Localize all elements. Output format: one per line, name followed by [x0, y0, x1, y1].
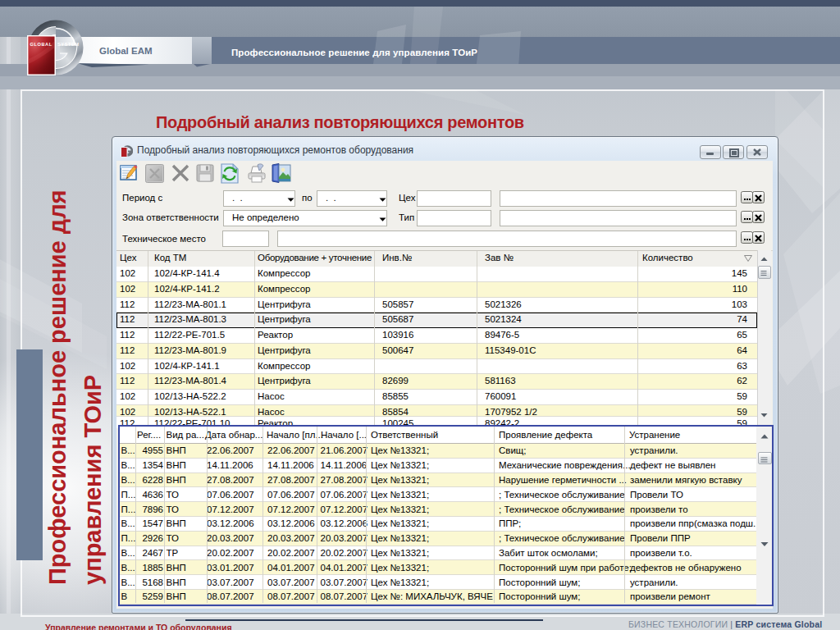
svg-text:SYSTEM: SYSTEM	[57, 42, 80, 47]
svg-text:GLOBAL: GLOBAL	[30, 42, 52, 47]
